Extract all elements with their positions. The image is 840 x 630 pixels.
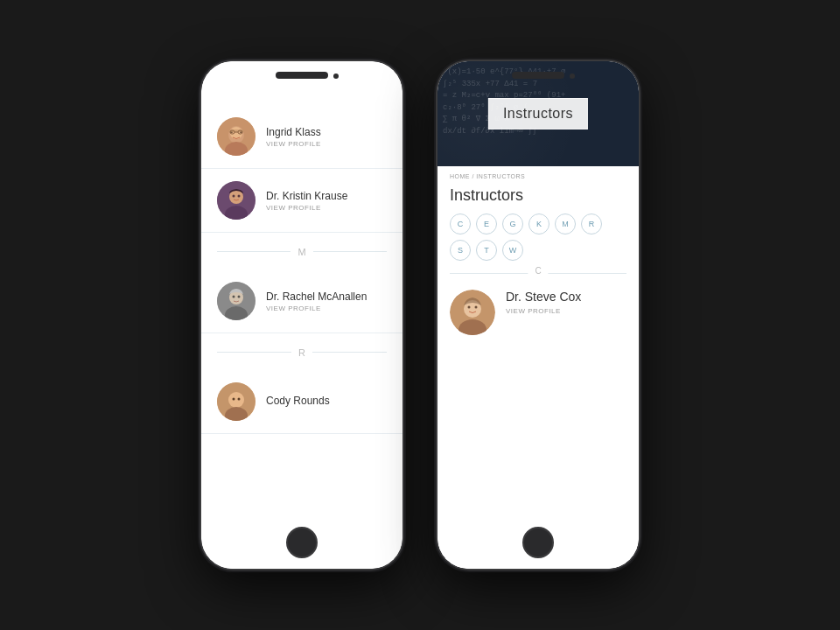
view-profile-link[interactable]: VIEW PROFILE [266,204,347,212]
instructor-info: Cody Rounds [266,395,330,409]
home-button-1[interactable] [286,527,318,558]
view-profile-link[interactable]: VIEW PROFILE [266,304,367,312]
phone-2-screen: P(x)=1·50 e^{77°} Δ41·+7 ⌀ ∫₂⁵ 335x +77 … [438,61,639,569]
phone1-list: Ingrid Klass VIEW PROFILE [201,61,402,434]
alpha-btn-w[interactable]: W [502,240,523,261]
alpha-btn-t[interactable]: T [476,240,497,261]
phone-1-screen: Ingrid Klass VIEW PROFILE [201,61,402,569]
phone-1: Ingrid Klass VIEW PROFILE [201,61,402,569]
alpha-btn-e[interactable]: E [476,214,497,234]
section-label-c: C [528,266,548,276]
page-heading: Instructors [438,183,639,214]
instructor-card[interactable]: Dr. Steve Cox VIEW PROFILE [438,283,639,342]
avatar [217,181,256,220]
alpha-btn-r[interactable]: R [581,214,602,234]
svg-point-28 [468,306,471,309]
instructor-card-profile-link[interactable]: VIEW PROFILE [506,307,581,315]
svg-point-18 [233,296,235,298]
phone2-instructors-page: P(x)=1·50 e^{77°} Δ41·+7 ⌀ ∫₂⁵ 335x +77 … [438,61,639,569]
instructor-name: Ingrid Klass [266,126,321,138]
hero-title: Instructors [503,106,573,121]
alpha-btn-g[interactable]: G [502,214,523,234]
list-item[interactable]: Ingrid Klass VIEW PROFILE [201,105,402,169]
avatar [217,382,256,421]
instructor-name: Cody Rounds [266,395,330,407]
section-label: M [290,247,312,257]
avatar [217,117,256,156]
avatar [450,290,495,335]
svg-point-14 [238,195,241,198]
page-body: HOME / INSTRUCTORS Instructors C E G K M… [438,166,639,523]
breadcrumb: HOME / INSTRUCTORS [438,166,639,183]
hero-title-box: Instructors [488,98,588,130]
svg-point-13 [233,195,235,198]
home-button-2[interactable] [522,527,554,558]
section-divider-r: R [217,337,387,367]
avatar [217,282,256,320]
svg-point-29 [475,306,478,309]
svg-point-24 [238,398,241,401]
alpha-btn-c[interactable]: C [450,214,471,234]
instructor-name: Dr. Rachel McAnallen [266,290,367,303]
alpha-btn-k[interactable]: K [528,214,550,234]
svg-point-3 [230,127,242,139]
section-divider-m: M [217,236,387,266]
svg-point-23 [233,398,235,401]
instructor-info: Ingrid Klass VIEW PROFILE [266,126,321,148]
svg-point-21 [228,392,244,408]
instructor-card-info: Dr. Steve Cox VIEW PROFILE [506,290,581,315]
phone-2: P(x)=1·50 e^{77°} Δ41·+7 ⌀ ∫₂⁵ 335x +77 … [438,61,639,569]
section-divider-c: C [450,273,626,274]
alpha-filter: C E G K M R S T W [438,214,639,270]
svg-point-19 [238,296,241,298]
list-item[interactable]: Dr. Kristin Krause VIEW PROFILE [201,169,402,233]
view-profile-link[interactable]: VIEW PROFILE [266,140,321,148]
alpha-btn-m[interactable]: M [555,214,576,234]
hero-banner: P(x)=1·50 e^{77°} Δ41·+7 ⌀ ∫₂⁵ 335x +77 … [438,61,639,166]
instructor-card-name: Dr. Steve Cox [506,290,581,304]
instructor-info: Dr. Kristin Krause VIEW PROFILE [266,190,347,212]
alpha-btn-s[interactable]: S [450,240,471,261]
list-item[interactable]: Dr. Rachel McAnallen VIEW PROFILE [201,270,402,333]
list-item[interactable]: Cody Rounds [201,370,402,434]
section-label: R [291,347,312,358]
instructor-info: Dr. Rachel McAnallen VIEW PROFILE [266,290,367,312]
instructor-name: Dr. Kristin Krause [266,190,347,202]
